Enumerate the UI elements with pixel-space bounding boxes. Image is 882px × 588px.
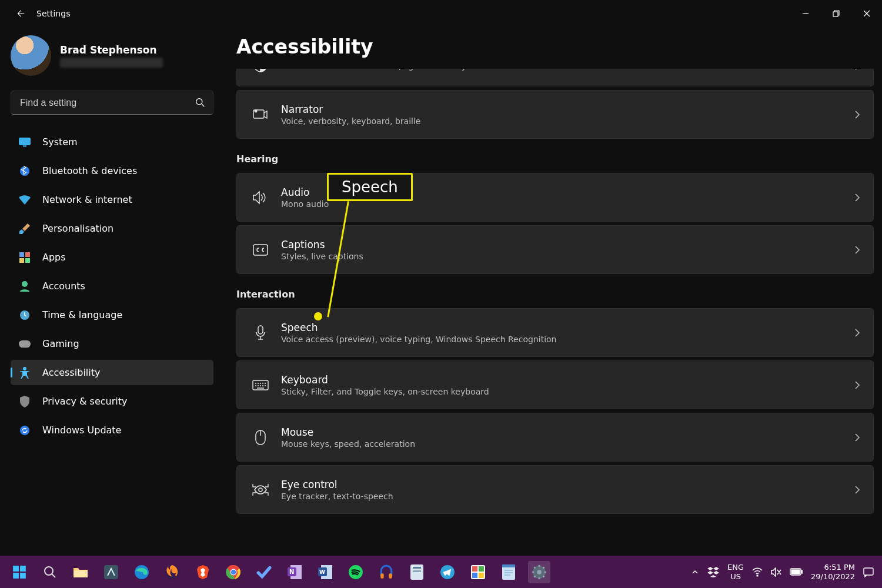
accessibility-icon xyxy=(19,367,31,379)
svg-rect-23 xyxy=(20,566,26,572)
svg-rect-6 xyxy=(25,252,30,257)
tray-chevron-icon[interactable] xyxy=(691,568,699,576)
start-button[interactable] xyxy=(8,561,31,583)
chevron-right-icon xyxy=(854,380,860,390)
sidebar-item-accounts[interactable]: Accounts xyxy=(11,273,213,299)
shield-icon xyxy=(19,396,31,407)
callout-dot xyxy=(314,312,322,320)
svg-point-33 xyxy=(231,569,236,574)
content: Accessibility Colour themes for low visi… xyxy=(236,35,874,553)
user-email-redacted xyxy=(60,58,163,68)
svg-point-4 xyxy=(20,166,29,176)
setting-card-eye-control[interactable]: Eye controlEye tracker, text-to-speech xyxy=(236,465,874,514)
search-input-container[interactable] xyxy=(11,91,213,115)
dropbox-tray-icon[interactable] xyxy=(707,567,719,577)
edge-icon[interactable] xyxy=(131,561,153,583)
sidebar-item-personalisation[interactable]: Personalisation xyxy=(11,216,213,241)
chevron-right-icon xyxy=(854,485,860,495)
user-profile[interactable]: Brad Stephenson xyxy=(11,35,216,76)
onenote-icon[interactable]: N xyxy=(283,561,306,583)
setting-card-narrator[interactable]: NarratorVoice, verbosity, keyboard, brai… xyxy=(236,90,874,139)
sidebar: Brad Stephenson SystemBluetooth & device… xyxy=(11,35,216,443)
svg-rect-44 xyxy=(413,567,421,569)
back-button[interactable] xyxy=(14,8,26,19)
narrator-icon xyxy=(250,108,270,121)
language-indicator[interactable]: ENGUS xyxy=(727,563,744,581)
monitor-icon xyxy=(19,138,31,147)
audacity-icon[interactable] xyxy=(375,561,397,583)
svg-rect-5 xyxy=(19,252,24,257)
todo-icon[interactable] xyxy=(253,561,275,583)
svg-point-9 xyxy=(22,281,28,287)
sidebar-item-time-language[interactable]: Time & language xyxy=(11,302,213,328)
wifi-tray-icon[interactable] xyxy=(752,567,763,577)
chevron-right-icon xyxy=(854,193,860,202)
setting-card-mouse[interactable]: MouseMouse keys, speed, acceleration xyxy=(236,413,874,462)
group-label: Hearing xyxy=(236,153,874,165)
titlebar: Settings xyxy=(0,0,882,26)
notifications-tray-icon[interactable] xyxy=(863,567,874,577)
settings-taskbar-icon[interactable] xyxy=(528,561,550,583)
svg-rect-51 xyxy=(479,573,484,578)
svg-rect-48 xyxy=(472,566,477,572)
card-title: Mouse xyxy=(281,426,854,438)
telegram-icon[interactable] xyxy=(436,561,459,583)
notepad-icon[interactable] xyxy=(497,561,520,583)
taskbar-app-1[interactable] xyxy=(100,561,122,583)
chrome-icon[interactable] xyxy=(222,561,245,583)
clock[interactable]: 6:51 PM29/10/2022 xyxy=(811,563,855,581)
setting-card-contrast[interactable]: Colour themes for low vision, light sens… xyxy=(236,69,874,86)
svg-rect-42 xyxy=(389,573,392,579)
sidebar-item-apps[interactable]: Apps xyxy=(11,245,213,270)
spotify-icon[interactable] xyxy=(345,561,367,583)
volume-tray-icon[interactable] xyxy=(771,567,781,577)
sidebar-item-bluetooth-devices[interactable]: Bluetooth & devices xyxy=(11,158,213,183)
svg-point-12 xyxy=(23,367,26,370)
card-subtitle: Sticky, Filter, and Toggle keys, on-scre… xyxy=(281,387,854,396)
svg-rect-18 xyxy=(258,326,263,334)
setting-card-captions[interactable]: CaptionsStyles, live captions xyxy=(236,225,874,274)
sidebar-item-gaming[interactable]: Gaming xyxy=(11,331,213,356)
svg-point-21 xyxy=(259,488,262,492)
card-title: Keyboard xyxy=(281,374,854,386)
explorer-icon[interactable] xyxy=(69,561,92,583)
callout-box: Speech xyxy=(327,173,413,201)
word-icon[interactable]: W xyxy=(314,561,336,583)
sidebar-item-accessibility[interactable]: Accessibility xyxy=(11,360,213,385)
taskbar: N W ENGUS 6:51 PM29/10/2022 xyxy=(0,556,882,588)
brave-icon[interactable] xyxy=(192,561,214,583)
card-title: Eye control xyxy=(281,479,854,490)
eye-icon xyxy=(250,483,270,496)
setting-card-speech[interactable]: SpeechVoice access (preview), voice typi… xyxy=(236,308,874,357)
svg-rect-7 xyxy=(19,258,24,263)
sidebar-item-privacy-security[interactable]: Privacy & security xyxy=(11,389,213,414)
taskbar-app-2[interactable] xyxy=(406,561,428,583)
svg-rect-27 xyxy=(74,570,88,577)
sidebar-item-network-internet[interactable]: Network & internet xyxy=(11,187,213,212)
search-input[interactable] xyxy=(19,97,195,109)
card-title: Captions xyxy=(281,239,854,250)
minimize-button[interactable] xyxy=(790,0,821,26)
powertoys-icon[interactable] xyxy=(467,561,489,583)
sidebar-item-label: Gaming xyxy=(42,338,79,349)
battery-tray-icon[interactable] xyxy=(790,568,803,576)
speaker-icon xyxy=(250,191,270,204)
callout-label: Speech xyxy=(342,178,398,196)
sidebar-item-system[interactable]: System xyxy=(11,129,213,155)
sidebar-item-windows-update[interactable]: Windows Update xyxy=(11,417,213,443)
firefox-icon[interactable] xyxy=(161,561,183,583)
sidebar-item-label: Accessibility xyxy=(42,367,100,378)
chevron-right-icon xyxy=(854,110,860,119)
close-button[interactable] xyxy=(851,0,882,26)
svg-rect-45 xyxy=(413,570,421,572)
taskbar-search-icon[interactable] xyxy=(39,561,61,583)
svg-rect-25 xyxy=(20,573,26,579)
svg-text:N: N xyxy=(289,569,294,575)
sidebar-item-label: Bluetooth & devices xyxy=(42,165,137,176)
gamepad-icon xyxy=(19,340,31,348)
person-icon xyxy=(19,281,31,292)
maximize-button[interactable] xyxy=(821,0,851,26)
svg-rect-60 xyxy=(864,568,873,575)
setting-card-keyboard[interactable]: KeyboardSticky, Filter, and Toggle keys,… xyxy=(236,360,874,409)
keyboard-icon xyxy=(250,380,270,390)
